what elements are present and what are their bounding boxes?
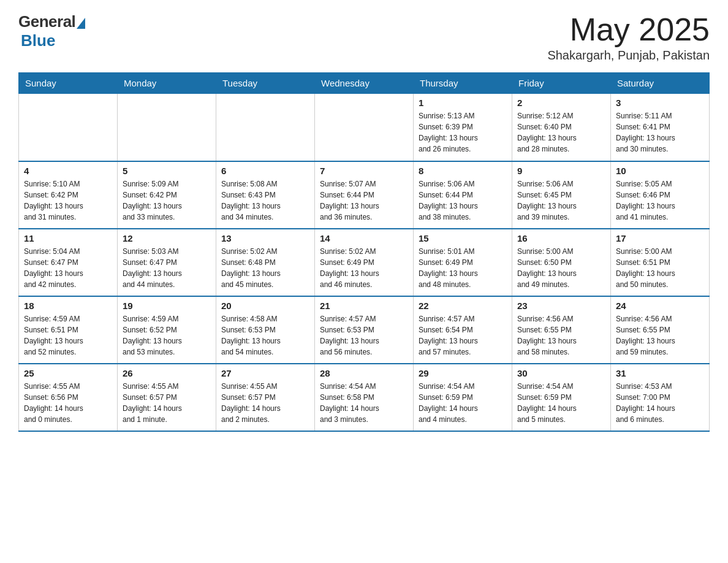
day-info: Sunrise: 4:56 AM Sunset: 6:55 PM Dayligh…	[616, 313, 704, 358]
day-number: 20	[221, 301, 309, 311]
logo-blue-text: Blue	[21, 31, 55, 50]
day-info: Sunrise: 5:12 AM Sunset: 6:40 PM Dayligh…	[517, 110, 605, 155]
day-info: Sunrise: 5:00 AM Sunset: 6:51 PM Dayligh…	[616, 246, 704, 290]
day-number: 26	[123, 368, 211, 378]
calendar-cell: 14Sunrise: 5:02 AM Sunset: 6:49 PM Dayli…	[315, 229, 414, 296]
day-number: 19	[123, 301, 211, 311]
header-monday: Monday	[118, 73, 216, 94]
day-info: Sunrise: 4:54 AM Sunset: 6:58 PM Dayligh…	[320, 381, 408, 425]
calendar-cell	[216, 94, 315, 161]
calendar-week-4: 18Sunrise: 4:59 AM Sunset: 6:51 PM Dayli…	[19, 296, 710, 364]
calendar-cell: 22Sunrise: 4:57 AM Sunset: 6:54 PM Dayli…	[414, 296, 512, 364]
day-number: 2	[517, 98, 605, 108]
calendar-cell: 7Sunrise: 5:07 AM Sunset: 6:44 PM Daylig…	[315, 161, 414, 229]
header-friday: Friday	[512, 73, 611, 94]
calendar-cell: 13Sunrise: 5:02 AM Sunset: 6:48 PM Dayli…	[216, 229, 315, 296]
calendar-table: SundayMondayTuesdayWednesdayThursdayFrid…	[18, 72, 710, 432]
day-number: 1	[419, 98, 507, 108]
day-info: Sunrise: 5:06 AM Sunset: 6:45 PM Dayligh…	[517, 178, 605, 223]
day-info: Sunrise: 5:05 AM Sunset: 6:46 PM Dayligh…	[616, 178, 704, 223]
calendar-cell: 24Sunrise: 4:56 AM Sunset: 6:55 PM Dayli…	[611, 296, 710, 364]
header-thursday: Thursday	[414, 73, 512, 94]
header-wednesday: Wednesday	[315, 73, 414, 94]
calendar-cell: 18Sunrise: 4:59 AM Sunset: 6:51 PM Dayli…	[19, 296, 118, 364]
day-info: Sunrise: 5:02 AM Sunset: 6:48 PM Dayligh…	[221, 246, 309, 290]
day-number: 12	[123, 233, 211, 243]
location-title: Shakargarh, Punjab, Pakistan	[547, 48, 710, 63]
day-number: 22	[419, 301, 507, 311]
day-info: Sunrise: 4:53 AM Sunset: 7:00 PM Dayligh…	[616, 381, 704, 425]
day-number: 24	[616, 301, 704, 311]
calendar-cell: 31Sunrise: 4:53 AM Sunset: 7:00 PM Dayli…	[611, 364, 710, 431]
day-number: 13	[221, 233, 309, 243]
day-number: 29	[419, 368, 507, 378]
calendar-cell: 12Sunrise: 5:03 AM Sunset: 6:47 PM Dayli…	[118, 229, 216, 296]
day-info: Sunrise: 5:01 AM Sunset: 6:49 PM Dayligh…	[419, 246, 507, 290]
day-info: Sunrise: 4:54 AM Sunset: 6:59 PM Dayligh…	[419, 381, 507, 425]
logo-general-text: General	[18, 12, 75, 31]
calendar-cell: 29Sunrise: 4:54 AM Sunset: 6:59 PM Dayli…	[414, 364, 512, 431]
calendar-header-row: SundayMondayTuesdayWednesdayThursdayFrid…	[19, 73, 710, 94]
calendar-week-3: 11Sunrise: 5:04 AM Sunset: 6:47 PM Dayli…	[19, 229, 710, 296]
calendar-cell: 25Sunrise: 4:55 AM Sunset: 6:56 PM Dayli…	[19, 364, 118, 431]
day-number: 3	[616, 98, 704, 108]
day-number: 7	[320, 166, 408, 176]
calendar-cell	[315, 94, 414, 161]
day-info: Sunrise: 4:56 AM Sunset: 6:55 PM Dayligh…	[517, 313, 605, 358]
day-number: 5	[123, 166, 211, 176]
day-info: Sunrise: 5:07 AM Sunset: 6:44 PM Dayligh…	[320, 178, 408, 223]
day-info: Sunrise: 4:59 AM Sunset: 6:52 PM Dayligh…	[123, 313, 211, 358]
day-number: 16	[517, 233, 605, 243]
day-info: Sunrise: 4:55 AM Sunset: 6:56 PM Dayligh…	[24, 381, 112, 425]
day-info: Sunrise: 5:02 AM Sunset: 6:49 PM Dayligh…	[320, 246, 408, 290]
calendar-cell: 27Sunrise: 4:55 AM Sunset: 6:57 PM Dayli…	[216, 364, 315, 431]
calendar-cell: 8Sunrise: 5:06 AM Sunset: 6:44 PM Daylig…	[414, 161, 512, 229]
calendar-cell: 23Sunrise: 4:56 AM Sunset: 6:55 PM Dayli…	[512, 296, 611, 364]
page-header: General Blue May 2025 Shakargarh, Punjab…	[18, 12, 710, 63]
calendar-cell: 9Sunrise: 5:06 AM Sunset: 6:45 PM Daylig…	[512, 161, 611, 229]
day-info: Sunrise: 5:11 AM Sunset: 6:41 PM Dayligh…	[616, 110, 704, 155]
day-info: Sunrise: 5:08 AM Sunset: 6:43 PM Dayligh…	[221, 178, 309, 223]
day-info: Sunrise: 5:03 AM Sunset: 6:47 PM Dayligh…	[123, 246, 211, 290]
day-info: Sunrise: 5:09 AM Sunset: 6:42 PM Dayligh…	[123, 178, 211, 223]
calendar-cell: 30Sunrise: 4:54 AM Sunset: 6:59 PM Dayli…	[512, 364, 611, 431]
calendar-cell: 16Sunrise: 5:00 AM Sunset: 6:50 PM Dayli…	[512, 229, 611, 296]
calendar-cell	[118, 94, 216, 161]
calendar-week-1: 1Sunrise: 5:13 AM Sunset: 6:39 PM Daylig…	[19, 94, 710, 161]
day-number: 25	[24, 368, 112, 378]
day-number: 10	[616, 166, 704, 176]
month-title: May 2025	[547, 12, 710, 47]
day-number: 4	[24, 166, 112, 176]
calendar-cell: 5Sunrise: 5:09 AM Sunset: 6:42 PM Daylig…	[118, 161, 216, 229]
calendar-cell: 15Sunrise: 5:01 AM Sunset: 6:49 PM Dayli…	[414, 229, 512, 296]
calendar-cell: 2Sunrise: 5:12 AM Sunset: 6:40 PM Daylig…	[512, 94, 611, 161]
day-number: 6	[221, 166, 309, 176]
day-info: Sunrise: 5:10 AM Sunset: 6:42 PM Dayligh…	[24, 178, 112, 223]
day-number: 18	[24, 301, 112, 311]
day-number: 15	[419, 233, 507, 243]
day-info: Sunrise: 5:06 AM Sunset: 6:44 PM Dayligh…	[419, 178, 507, 223]
day-number: 21	[320, 301, 408, 311]
day-info: Sunrise: 4:58 AM Sunset: 6:53 PM Dayligh…	[221, 313, 309, 358]
day-info: Sunrise: 4:59 AM Sunset: 6:51 PM Dayligh…	[24, 313, 112, 358]
calendar-week-2: 4Sunrise: 5:10 AM Sunset: 6:42 PM Daylig…	[19, 161, 710, 229]
header-sunday: Sunday	[19, 73, 118, 94]
calendar-cell: 19Sunrise: 4:59 AM Sunset: 6:52 PM Dayli…	[118, 296, 216, 364]
day-number: 30	[517, 368, 605, 378]
day-number: 9	[517, 166, 605, 176]
calendar-cell: 17Sunrise: 5:00 AM Sunset: 6:51 PM Dayli…	[611, 229, 710, 296]
day-info: Sunrise: 5:04 AM Sunset: 6:47 PM Dayligh…	[24, 246, 112, 290]
day-number: 17	[616, 233, 704, 243]
calendar-cell: 6Sunrise: 5:08 AM Sunset: 6:43 PM Daylig…	[216, 161, 315, 229]
calendar-week-5: 25Sunrise: 4:55 AM Sunset: 6:56 PM Dayli…	[19, 364, 710, 431]
day-number: 31	[616, 368, 704, 378]
day-number: 23	[517, 301, 605, 311]
calendar-cell: 1Sunrise: 5:13 AM Sunset: 6:39 PM Daylig…	[414, 94, 512, 161]
day-number: 14	[320, 233, 408, 243]
calendar-cell: 11Sunrise: 5:04 AM Sunset: 6:47 PM Dayli…	[19, 229, 118, 296]
calendar-cell: 21Sunrise: 4:57 AM Sunset: 6:53 PM Dayli…	[315, 296, 414, 364]
day-number: 28	[320, 368, 408, 378]
logo-arrow-icon	[77, 18, 85, 29]
day-info: Sunrise: 4:55 AM Sunset: 6:57 PM Dayligh…	[221, 381, 309, 425]
day-number: 8	[419, 166, 507, 176]
